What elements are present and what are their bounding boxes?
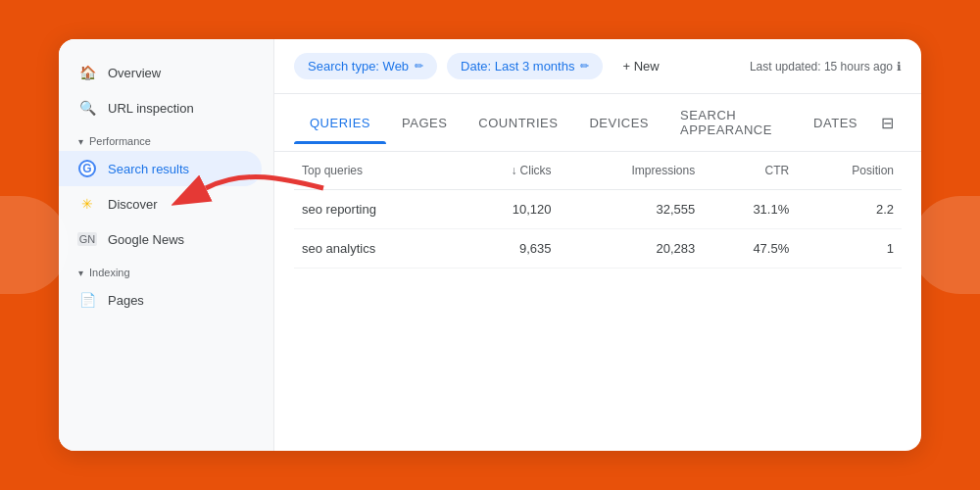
sidebar-item-discover-label: Discover [108, 197, 158, 212]
tab-queries[interactable]: QUERIES [294, 102, 386, 144]
table-header-row: Top queries ↓ Clicks Impressions [294, 152, 902, 190]
sidebar-item-pages[interactable]: 📄 Pages [59, 282, 262, 318]
home-icon: 🏠 [78, 64, 96, 81]
filter-icon-button[interactable]: ⊟ [873, 106, 902, 140]
sidebar-item-discover[interactable]: ✳ Discover [59, 186, 262, 221]
sidebar-item-google-news-label: Google News [108, 232, 184, 247]
main-content: Search type: Web ✏ Date: Last 3 months ✏… [274, 39, 921, 451]
impressions-cell-1: 32,555 [560, 190, 704, 229]
clicks-column-header: ↓ Clicks [458, 152, 560, 190]
sidebar-item-url-inspection[interactable]: 🔍 URL inspection [59, 90, 262, 125]
tab-search-appearance[interactable]: SEARCH APPEARANCE [664, 94, 798, 151]
position-cell-2: 1 [797, 229, 902, 269]
ctr-cell-2: 47.5% [703, 229, 797, 269]
query-cell-2: seo analytics [294, 229, 458, 269]
sidebar-item-pages-label: Pages [108, 293, 144, 308]
last-updated-text: Last updated: 15 hours ago [750, 60, 893, 74]
news-icon: GN [78, 230, 96, 248]
indexing-section-label: ▾ Indexing [59, 257, 273, 282]
date-filter[interactable]: Date: Last 3 months ✏ [447, 53, 603, 79]
position-cell-1: 2.2 [797, 190, 902, 229]
position-column-header: Position [797, 152, 902, 190]
date-label: Date: Last 3 months [461, 59, 574, 74]
new-button-label: + New [622, 59, 659, 74]
queries-table: Top queries ↓ Clicks Impressions [294, 152, 902, 269]
sort-down-icon: ↓ [512, 164, 517, 177]
sidebar-item-overview-label: Overview [108, 66, 161, 80]
impressions-column-header: Impressions [560, 152, 704, 190]
search-type-label: Search type: Web [308, 59, 409, 74]
sidebar-item-google-news[interactable]: GN Google News [59, 221, 262, 257]
performance-label: Performance [89, 135, 151, 147]
indexing-chevron-icon: ▾ [78, 268, 83, 278]
main-card: 🏠 Overview 🔍 URL inspection ▾ Performanc… [59, 39, 921, 451]
query-cell-1: seo reporting [294, 190, 458, 229]
chevron-icon: ▾ [78, 136, 83, 147]
performance-section-label: ▾ Performance [59, 125, 273, 151]
sidebar: 🏠 Overview 🔍 URL inspection ▾ Performanc… [59, 39, 274, 451]
tab-pages[interactable]: PAGES [386, 102, 463, 144]
edit-search-type-icon: ✏ [415, 60, 423, 73]
outer-container: 🏠 Overview 🔍 URL inspection ▾ Performanc… [0, 0, 980, 490]
indexing-label: Indexing [89, 267, 130, 278]
tabs-bar: QUERIES PAGES COUNTRIES DEVICES SEARCH A… [274, 94, 921, 152]
bg-decoration-right [911, 196, 980, 294]
sidebar-item-search-results-label: Search results [108, 162, 189, 176]
sidebar-item-overview[interactable]: 🏠 Overview [59, 55, 262, 90]
last-updated: Last updated: 15 hours ago ℹ [750, 60, 902, 74]
search-type-filter[interactable]: Search type: Web ✏ [294, 53, 437, 79]
impressions-cell-2: 20,283 [560, 229, 704, 269]
table-row: seo reporting 10,120 32,555 31.1% 2.2 [294, 190, 902, 229]
google-g-icon: G [78, 160, 96, 177]
table-area: Top queries ↓ Clicks Impressions [274, 152, 921, 451]
table-row: seo analytics 9,635 20,283 47.5% 1 [294, 229, 902, 269]
info-icon: ℹ [897, 60, 902, 74]
sidebar-item-url-label: URL inspection [108, 101, 194, 116]
search-icon: 🔍 [78, 99, 96, 117]
tab-dates[interactable]: DATES [798, 102, 873, 144]
toolbar: Search type: Web ✏ Date: Last 3 months ✏… [274, 39, 921, 94]
discover-icon: ✳ [78, 195, 96, 213]
sidebar-item-search-results[interactable]: G Search results [59, 151, 262, 186]
tab-countries[interactable]: COUNTRIES [463, 102, 573, 144]
clicks-cell-1: 10,120 [458, 190, 560, 229]
edit-date-icon: ✏ [580, 60, 589, 73]
clicks-cell-2: 9,635 [458, 229, 560, 269]
ctr-cell-1: 31.1% [703, 190, 797, 229]
ctr-column-header: CTR [703, 152, 797, 190]
pages-icon: 📄 [78, 291, 96, 309]
new-button[interactable]: + New [612, 53, 668, 79]
tab-devices[interactable]: DEVICES [573, 102, 664, 144]
query-column-header: Top queries [294, 152, 458, 190]
